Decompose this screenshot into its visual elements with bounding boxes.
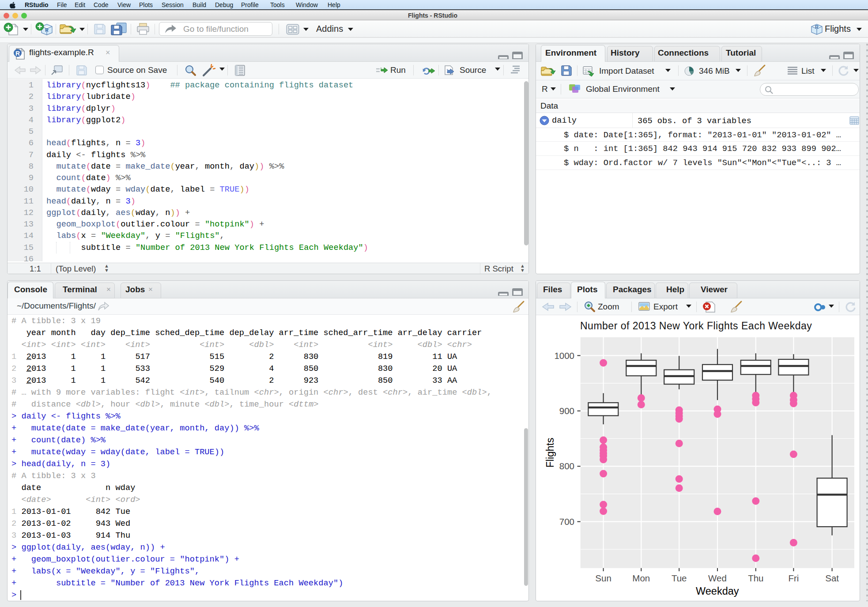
svg-text:Number of 2013 New York Flight: Number of 2013 New York Flights Each Wee… xyxy=(580,320,812,332)
svg-text:Weekday: Weekday xyxy=(696,585,739,597)
svg-text:R: R xyxy=(45,27,49,33)
svg-text:700: 700 xyxy=(559,517,574,527)
svg-text:Sun: Sun xyxy=(595,573,611,583)
svg-text:Sat: Sat xyxy=(825,573,839,583)
svg-text:Thu: Thu xyxy=(748,573,763,583)
svg-text:Fri: Fri xyxy=(788,573,799,583)
svg-text:Mon: Mon xyxy=(632,573,650,583)
svg-text:800: 800 xyxy=(559,461,574,471)
svg-text:900: 900 xyxy=(559,406,574,416)
svg-text:Wed: Wed xyxy=(708,573,727,583)
svg-text:1000: 1000 xyxy=(554,351,574,361)
svg-text:Tue: Tue xyxy=(672,573,687,583)
svg-text:R: R xyxy=(15,50,20,57)
svg-text:R: R xyxy=(815,24,819,30)
svg-text:Flights: Flights xyxy=(544,438,556,468)
